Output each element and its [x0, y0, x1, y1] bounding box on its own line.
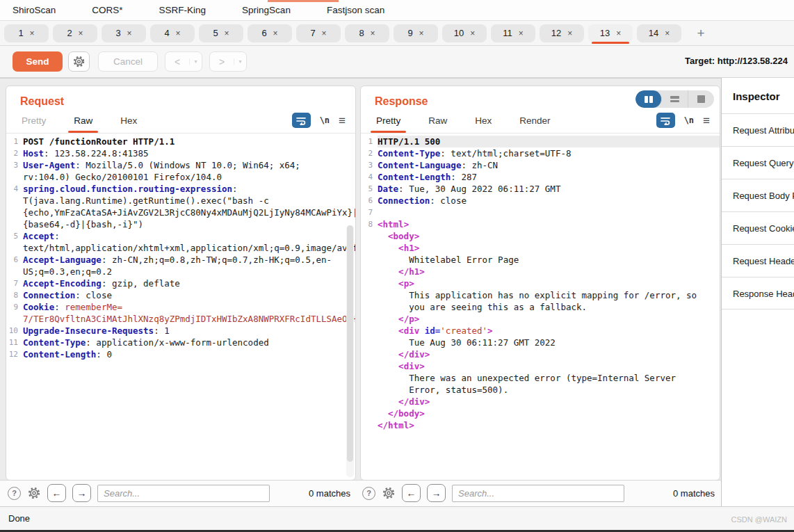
- editor-menu-icon[interactable]: ≡: [339, 115, 346, 127]
- close-icon[interactable]: ×: [519, 29, 524, 38]
- close-icon[interactable]: ×: [470, 29, 475, 38]
- show-newlines-toggle[interactable]: \n: [684, 115, 694, 125]
- repeater-tab-4[interactable]: 4×: [150, 24, 195, 42]
- help-icon[interactable]: ?: [8, 487, 21, 500]
- line-content: Accept: text/html,application/xhtml+xml,…: [23, 230, 355, 254]
- search-previous-button[interactable]: ←: [402, 484, 421, 502]
- line-number: [361, 419, 378, 431]
- repeater-tab-11[interactable]: 11×: [491, 24, 535, 42]
- search-settings-gear-icon[interactable]: [27, 486, 41, 500]
- help-icon[interactable]: ?: [362, 487, 375, 500]
- inspector-section-request-body-parameters[interactable]: Request Body Parameters: [722, 179, 794, 211]
- tab-render[interactable]: Render: [518, 115, 551, 133]
- repeater-tab-8[interactable]: 8×: [345, 24, 389, 42]
- line-content: <h1>: [378, 242, 720, 254]
- close-icon[interactable]: ×: [30, 29, 35, 38]
- editor-line: 4Content-Length: 287: [361, 171, 720, 183]
- tab-raw[interactable]: Raw: [72, 115, 94, 133]
- tab-pretty[interactable]: Pretty: [375, 115, 402, 133]
- editor-line: 7: [361, 207, 720, 218]
- close-icon[interactable]: ×: [176, 29, 181, 38]
- inspector-section-request-attributes[interactable]: Request Attributes: [722, 113, 794, 146]
- tab-pretty[interactable]: Pretty: [20, 115, 47, 133]
- close-icon[interactable]: ×: [665, 29, 670, 38]
- search-settings-gear-icon[interactable]: [382, 486, 396, 500]
- forward-dropdown-icon[interactable]: ▾: [234, 58, 246, 65]
- response-editor[interactable]: 1HTTP/1.1 5002Content-Type: text/html;ch…: [361, 134, 720, 479]
- inspector-section-response-headers[interactable]: Response Headers: [722, 277, 794, 309]
- search-previous-button[interactable]: ←: [47, 484, 66, 502]
- menu-tab-cors-[interactable]: CORS*: [92, 5, 122, 15]
- repeater-tab-6[interactable]: 6×: [248, 24, 292, 42]
- editor-line: 10Upgrade-Insecure-Requests: 1: [6, 325, 355, 337]
- editor-line: <div id='created'>: [361, 325, 720, 337]
- repeater-tab-14[interactable]: 14×: [637, 24, 681, 42]
- tab-hex[interactable]: Hex: [119, 115, 138, 133]
- repeater-tab-12[interactable]: 12×: [540, 24, 584, 42]
- columns-layout-button[interactable]: [635, 90, 662, 108]
- tab-number: 4: [164, 28, 169, 38]
- menu-tab-fastjson-scan[interactable]: Fastjson scan: [327, 5, 384, 15]
- show-newlines-toggle[interactable]: \n: [320, 115, 330, 125]
- response-panel: Response PrettyRawHexRender \n ≡ 1HTTP/1…: [360, 86, 720, 481]
- repeater-tab-10[interactable]: 10×: [442, 24, 487, 42]
- close-icon[interactable]: ×: [273, 29, 278, 38]
- close-icon[interactable]: ×: [225, 29, 229, 38]
- editor-line: 6Connection: close: [361, 195, 720, 207]
- line-number: 8: [6, 289, 23, 301]
- close-icon[interactable]: ×: [419, 29, 424, 38]
- repeater-tab-9[interactable]: 9×: [394, 24, 438, 42]
- tab-raw[interactable]: Raw: [427, 115, 448, 133]
- editor-line: 5Accept: text/html,application/xhtml+xml…: [6, 230, 355, 254]
- inspector-section-request-query-parameters[interactable]: Request Query Parameters: [722, 146, 794, 179]
- editor-line: 2Host: 123.58.224.8:41385: [6, 147, 355, 159]
- menu-tab-ssrf-king[interactable]: SSRF-King: [159, 5, 206, 15]
- word-wrap-toggle-button[interactable]: [656, 113, 675, 128]
- repeater-tab-1[interactable]: 1×: [4, 24, 49, 42]
- menu-tab-springscan[interactable]: SpringScan: [242, 5, 291, 15]
- inspector-section-request-headers[interactable]: Request Headers: [722, 244, 794, 277]
- close-icon[interactable]: ×: [616, 29, 621, 38]
- line-number: 8: [361, 218, 378, 230]
- cancel-button[interactable]: Cancel: [98, 51, 158, 72]
- rows-layout-button[interactable]: [662, 90, 688, 108]
- repeater-tab-7[interactable]: 7×: [296, 24, 341, 42]
- inspector-title: Inspector: [722, 78, 794, 113]
- repeater-tab-5[interactable]: 5×: [199, 24, 243, 42]
- request-editor[interactable]: 1POST /functionRouter HTTP/1.12Host: 123…: [6, 134, 355, 479]
- word-wrap-toggle-button[interactable]: [292, 113, 311, 128]
- editor-menu-icon[interactable]: ≡: [703, 115, 710, 127]
- single-layout-button[interactable]: [688, 90, 714, 108]
- search-next-button[interactable]: →: [427, 484, 446, 502]
- send-button[interactable]: Send: [13, 51, 63, 72]
- request-scrollbar[interactable]: [346, 225, 354, 477]
- line-number: 2: [361, 147, 378, 159]
- tab-hex[interactable]: Hex: [473, 115, 493, 133]
- close-icon[interactable]: ×: [371, 29, 375, 38]
- request-scrollbar-thumb[interactable]: [347, 225, 353, 462]
- send-settings-button[interactable]: [68, 51, 90, 72]
- forward-button[interactable]: > ▾: [209, 51, 247, 72]
- line-number: [361, 230, 378, 242]
- repeater-tab-3[interactable]: 3×: [102, 24, 146, 42]
- repeater-tab-13[interactable]: 13×: [588, 24, 633, 42]
- menu-tab-shiroscan[interactable]: ShiroScan: [13, 5, 56, 15]
- new-tab-button[interactable]: +: [692, 26, 709, 41]
- single-layout-icon: [697, 95, 705, 103]
- request-search-input[interactable]: [97, 485, 270, 502]
- back-button[interactable]: < ▾: [165, 51, 202, 72]
- back-dropdown-icon[interactable]: ▾: [189, 58, 202, 65]
- close-icon[interactable]: ×: [127, 29, 132, 38]
- line-content: <div id='created'>: [378, 325, 720, 337]
- response-subtab-list: PrettyRawHexRender: [375, 115, 577, 133]
- repeater-tab-2[interactable]: 2×: [53, 24, 97, 42]
- close-icon[interactable]: ×: [567, 29, 572, 38]
- inspector-section-request-cookies[interactable]: Request Cookies: [722, 211, 794, 244]
- line-content: Date: Tue, 30 Aug 2022 06:11:27 GMT: [378, 183, 720, 195]
- response-search-input[interactable]: [452, 485, 624, 502]
- close-icon[interactable]: ×: [322, 29, 327, 38]
- close-icon[interactable]: ×: [79, 29, 83, 38]
- repeater-toolbar: Send Cancel < ▾ > ▾ Target: http://123.5…: [0, 46, 794, 78]
- editor-line: <body>: [361, 230, 720, 242]
- search-next-button[interactable]: →: [72, 484, 91, 502]
